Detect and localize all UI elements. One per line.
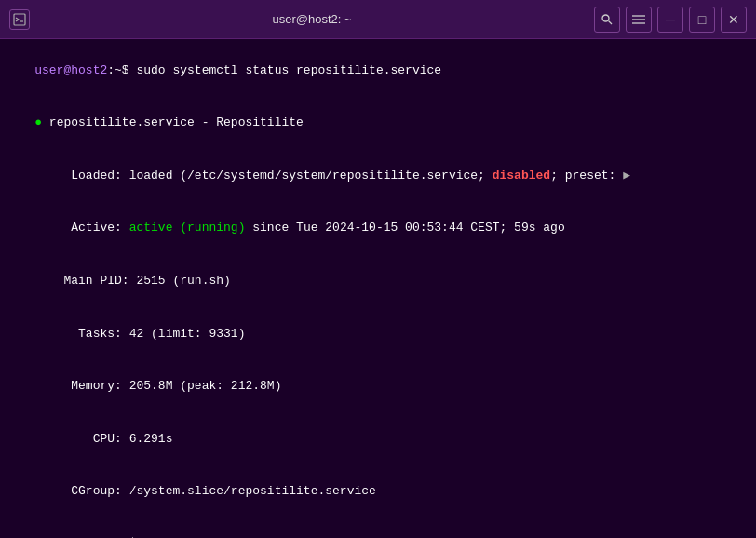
terminal-line-memory: Memory: 205.8M (peak: 212.8M): [0, 360, 756, 413]
svg-line-3: [608, 20, 612, 24]
terminal-line-service: ● repositilite.service - Repositilite: [0, 98, 756, 151]
title-bar: user@host2: ~ ─ □ ✕: [0, 0, 756, 39]
window-title: user@host2: ~: [272, 12, 351, 26]
terminal-line-tasks: Tasks: 42 (limit: 9331): [0, 308, 756, 361]
terminal-line-prompt: user@host2:~$ sudo systemctl status repo…: [0, 45, 756, 98]
service-dot: ●: [34, 115, 42, 129]
terminal-line-loaded: Loaded: loaded (/etc/systemd/system/repo…: [0, 150, 756, 203]
terminal-line-cpu: CPU: 6.291s: [0, 413, 756, 466]
terminal-icon: [9, 9, 30, 30]
terminal[interactable]: user@host2:~$ sudo systemctl status repo…: [0, 39, 756, 538]
terminal-line-active: Active: active (running) since Tue 2024-…: [0, 203, 756, 256]
terminal-line-cgroup1: └─2515 /bin/sh /opt/repositilite/run.sh: [0, 518, 756, 538]
title-bar-left: [9, 9, 30, 30]
title-bar-controls: ─ □ ✕: [594, 7, 747, 33]
minimize-button[interactable]: ─: [657, 7, 683, 33]
close-button[interactable]: ✕: [721, 7, 747, 33]
prompt-user: user@host2: [34, 63, 107, 77]
terminal-line-pid: Main PID: 2515 (run.sh): [0, 255, 756, 308]
menu-button[interactable]: [626, 7, 652, 33]
svg-point-2: [602, 15, 609, 21]
terminal-line-cgroup: CGroup: /system.slice/repositilite.servi…: [0, 465, 756, 518]
search-button[interactable]: [594, 7, 620, 33]
maximize-button[interactable]: □: [689, 7, 715, 33]
